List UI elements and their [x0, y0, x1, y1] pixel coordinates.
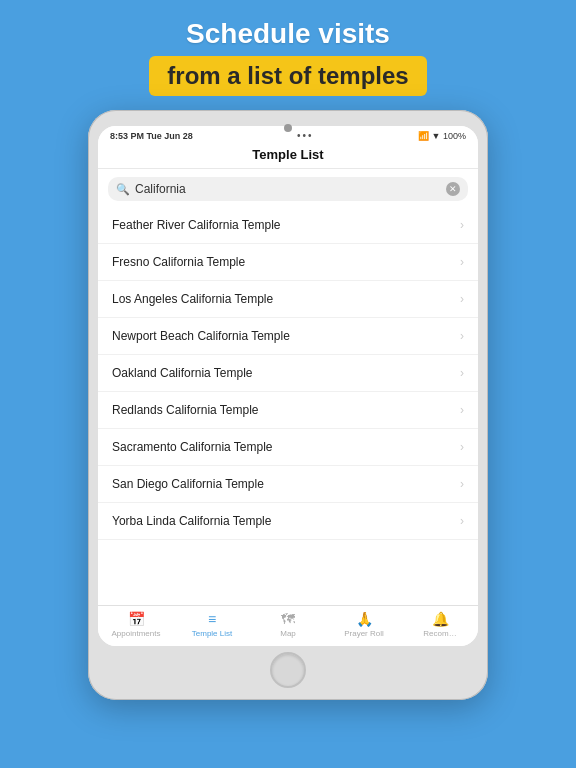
tab-prayer-roll[interactable]: 🙏 Prayer Roll: [326, 611, 402, 638]
chevron-right-icon: ›: [460, 292, 464, 306]
battery-indicator: ▼ 100%: [432, 131, 466, 141]
search-icon: 🔍: [116, 183, 130, 196]
temple-name: Newport Beach California Temple: [112, 329, 290, 343]
tab-label: Temple List: [192, 629, 232, 638]
search-clear-button[interactable]: ✕: [446, 182, 460, 196]
chevron-right-icon: ›: [460, 403, 464, 417]
chevron-right-icon: ›: [460, 514, 464, 528]
search-bar-wrap: 🔍 California ✕: [98, 169, 478, 207]
tab-label: Prayer Roll: [344, 629, 384, 638]
tab-label: Appointments: [112, 629, 161, 638]
status-time: 8:53 PM Tue Jun 28: [110, 131, 193, 141]
list-item[interactable]: San Diego California Temple ›: [98, 466, 478, 503]
tab-icon: 📅: [128, 611, 145, 627]
tab-icon: 🔔: [432, 611, 449, 627]
tab-label: Map: [280, 629, 296, 638]
temple-name: Redlands California Temple: [112, 403, 259, 417]
temple-name: San Diego California Temple: [112, 477, 264, 491]
wifi-icon: 📶: [418, 131, 429, 141]
tab-temple-list[interactable]: ≡ Temple List: [174, 611, 250, 638]
list-item[interactable]: Feather River California Temple ›: [98, 207, 478, 244]
list-item[interactable]: Fresno California Temple ›: [98, 244, 478, 281]
list-item[interactable]: Los Angeles California Temple ›: [98, 281, 478, 318]
status-dots: •••: [297, 130, 314, 141]
chevron-right-icon: ›: [460, 366, 464, 380]
main-headline: Schedule visits: [149, 18, 426, 50]
temple-name: Yorba Linda California Temple: [112, 514, 271, 528]
temple-list: Feather River California Temple › Fresno…: [98, 207, 478, 605]
temple-name: Feather River California Temple: [112, 218, 281, 232]
list-item[interactable]: Newport Beach California Temple ›: [98, 318, 478, 355]
home-button[interactable]: [270, 652, 306, 688]
list-item[interactable]: Sacramento California Temple ›: [98, 429, 478, 466]
chevron-right-icon: ›: [460, 218, 464, 232]
list-item[interactable]: Yorba Linda California Temple ›: [98, 503, 478, 540]
ipad-camera: [284, 124, 292, 132]
search-input-value[interactable]: California: [135, 182, 441, 196]
tab-appointments[interactable]: 📅 Appointments: [98, 611, 174, 638]
tab-icon: ≡: [208, 611, 216, 627]
nav-title: Temple List: [98, 143, 478, 169]
tab-icon: 🗺: [281, 611, 295, 627]
temple-name: Los Angeles California Temple: [112, 292, 273, 306]
list-item[interactable]: Oakland California Temple ›: [98, 355, 478, 392]
chevron-right-icon: ›: [460, 255, 464, 269]
header-section: Schedule visits from a list of temples: [149, 18, 426, 96]
temple-name: Sacramento California Temple: [112, 440, 273, 454]
ipad-screen: 8:53 PM Tue Jun 28 ••• 📶 ▼ 100% Temple L…: [98, 126, 478, 646]
tab-map[interactable]: 🗺 Map: [250, 611, 326, 638]
tab-icon: 🙏: [356, 611, 373, 627]
tab-recom-[interactable]: 🔔 Recom…: [402, 611, 478, 638]
tab-label: Recom…: [423, 629, 456, 638]
search-bar[interactable]: 🔍 California ✕: [108, 177, 468, 201]
list-item[interactable]: Redlands California Temple ›: [98, 392, 478, 429]
subtitle-badge: from a list of temples: [149, 56, 426, 96]
chevron-right-icon: ›: [460, 477, 464, 491]
status-right: 📶 ▼ 100%: [418, 131, 466, 141]
tab-bar: 📅 Appointments ≡ Temple List 🗺 Map 🙏 Pra…: [98, 605, 478, 646]
subtitle-text: from a list of temples: [167, 62, 408, 89]
temple-name: Fresno California Temple: [112, 255, 245, 269]
chevron-right-icon: ›: [460, 329, 464, 343]
ipad-frame: 8:53 PM Tue Jun 28 ••• 📶 ▼ 100% Temple L…: [88, 110, 488, 700]
chevron-right-icon: ›: [460, 440, 464, 454]
temple-name: Oakland California Temple: [112, 366, 253, 380]
